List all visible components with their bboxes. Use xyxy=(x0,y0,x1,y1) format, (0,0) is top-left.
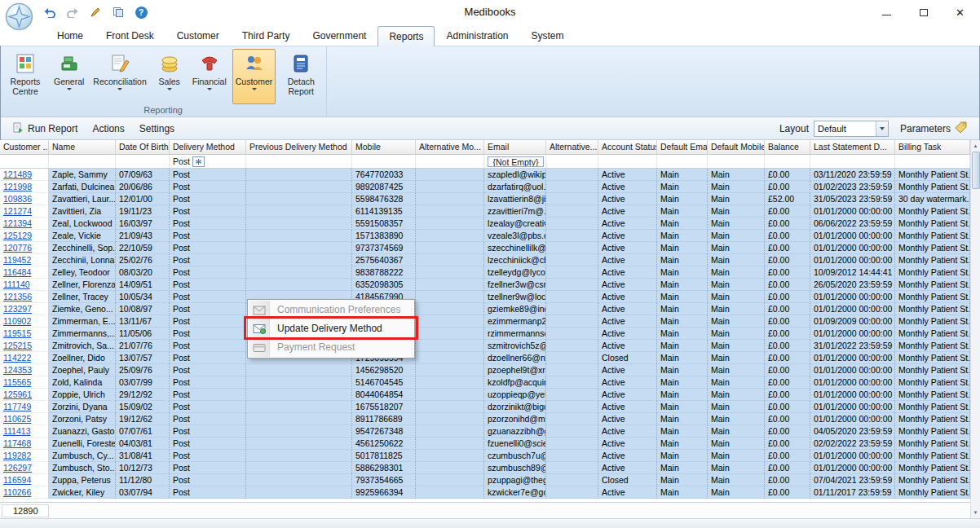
cell-name[interactable]: Ziemke, Geno... xyxy=(49,303,116,315)
customer-id-link[interactable]: 116594 xyxy=(3,475,31,485)
cell-balance[interactable]: £52.00 xyxy=(765,193,810,205)
cell-delivery-method[interactable]: Post xyxy=(170,413,246,425)
cell-email[interactable]: fzellner3w@csm... xyxy=(484,279,546,291)
cell-account-status[interactable]: Active xyxy=(598,376,657,389)
cell-billing-task[interactable]: Monthly Patient St... xyxy=(895,291,970,303)
cell-last-statement-d[interactable]: 01/01/2000 00:00:00 xyxy=(810,242,895,254)
cell-balance[interactable]: £0.00 xyxy=(765,474,810,486)
cell-email[interactable]: tzellner9w@loc... xyxy=(484,291,546,303)
cell-delivery-method[interactable]: Post xyxy=(170,291,246,303)
cell-mobile[interactable]: 7937354665 xyxy=(352,474,416,486)
cell-name[interactable]: Zorzoni, Patsy xyxy=(49,413,116,425)
cell-date-of-birth[interactable]: 16/03/97 xyxy=(116,218,170,230)
cell-customer[interactable]: 110902 xyxy=(0,315,49,328)
cell-email[interactable]: kzoldfp@acquire... xyxy=(484,376,546,389)
cell-name[interactable]: Zecchinelli, Sop... xyxy=(49,242,116,254)
cell-last-statement-d[interactable]: 01/01/2000 00:00:00 xyxy=(810,401,895,413)
cell-alternative-mo[interactable] xyxy=(416,425,484,438)
cell-email[interactable]: kzwicker7e@go... xyxy=(484,486,546,499)
cell-mobile[interactable]: 9547267348 xyxy=(352,425,416,438)
cell-mobile[interactable]: 5146704545 xyxy=(352,376,416,389)
cell-previous-delivery-method[interactable] xyxy=(246,266,352,279)
cell-email[interactable]: dzorzinikt@bigca... xyxy=(484,401,546,413)
cell-name[interactable]: Zoephel, Pauly xyxy=(49,364,116,376)
cell-balance[interactable]: £0.00 xyxy=(765,364,810,376)
cell-default-email[interactable]: Main xyxy=(657,315,708,328)
cell-email[interactable]: lzavattierin8@ji... xyxy=(484,193,546,205)
customer-id-link[interactable]: 114222 xyxy=(3,353,31,363)
copy-icon[interactable] xyxy=(111,5,126,20)
cell-previous-delivery-method[interactable] xyxy=(246,376,352,389)
cell-alternative-mo[interactable] xyxy=(416,401,484,413)
cell-name[interactable]: Zorzini, Dyana xyxy=(49,401,116,413)
table-row[interactable]: 110902Zimmerman, E...13/11/67Postezimmer… xyxy=(0,315,970,328)
cell-name[interactable]: Zelley, Teodoor xyxy=(49,266,116,279)
cell-email[interactable]: szumbusch89@c... xyxy=(484,462,546,474)
cell-name[interactable]: Zecchinii, Lonnard xyxy=(49,254,116,266)
layout-select[interactable]: Default xyxy=(814,121,889,137)
cell-mobile[interactable]: 9838788222 xyxy=(352,266,416,279)
tab-reports[interactable]: Reports xyxy=(377,26,435,46)
cell-delivery-method[interactable]: Post xyxy=(170,474,246,486)
cell-customer[interactable]: 111140 xyxy=(0,279,49,291)
cell-customer[interactable]: 125129 xyxy=(0,230,49,242)
cell-alternative[interactable] xyxy=(546,474,598,486)
maximize-button[interactable] xyxy=(905,0,942,24)
cell-mobile[interactable]: 5591508357 xyxy=(352,218,416,230)
cell-account-status[interactable]: Active xyxy=(598,438,657,450)
cell-alternative-mo[interactable] xyxy=(416,328,484,340)
cell-name[interactable]: Zaple, Sammy xyxy=(49,169,116,181)
cell-balance[interactable]: £0.00 xyxy=(765,279,810,291)
cell-balance[interactable]: £0.00 xyxy=(765,303,810,315)
cell-account-status[interactable]: Active xyxy=(598,205,657,218)
customer-id-link[interactable]: 119515 xyxy=(3,328,31,338)
tab-customer[interactable]: Customer xyxy=(166,25,231,46)
cell-default-mobile[interactable]: Main xyxy=(708,303,765,315)
cell-alternative[interactable] xyxy=(546,303,598,315)
cell-account-status[interactable]: Active xyxy=(598,340,657,352)
cell-default-email[interactable]: Main xyxy=(657,352,708,364)
cell-balance[interactable]: £0.00 xyxy=(765,438,810,450)
cell-customer[interactable]: 123297 xyxy=(0,303,49,315)
cell-default-email[interactable]: Main xyxy=(657,303,708,315)
cell-previous-delivery-method[interactable] xyxy=(246,450,352,462)
table-row[interactable]: 121274Zavittieri, Zia19/11/23Post6114139… xyxy=(0,205,970,218)
cell-mobile[interactable]: 5598476328 xyxy=(352,193,416,205)
cell-delivery-method[interactable]: Post xyxy=(170,242,246,254)
cell-delivery-method[interactable]: Post xyxy=(170,389,246,401)
cell-previous-delivery-method[interactable] xyxy=(246,364,352,376)
cell-default-mobile[interactable]: Main xyxy=(708,254,765,266)
column-header-last-statement-d[interactable]: Last Statement D... xyxy=(810,140,895,154)
cell-email[interactable]: lzecchiniick@cbs... xyxy=(484,254,546,266)
cell-default-mobile[interactable]: Main xyxy=(708,205,765,218)
cell-last-statement-d[interactable]: 02/02/2022 23:59:59 xyxy=(810,438,895,450)
cell-last-statement-d[interactable]: 10/09/2012 14:44:41 xyxy=(810,266,895,279)
cell-billing-task[interactable]: Monthly Patient St... xyxy=(895,315,970,328)
cell-name[interactable]: Zuppa, Peterus xyxy=(49,474,116,486)
customer-id-link[interactable]: 125215 xyxy=(3,341,32,350)
cell-name[interactable]: Zoppie, Ulrich xyxy=(49,389,116,401)
cell-alternative[interactable] xyxy=(546,438,598,450)
cell-alternative[interactable] xyxy=(546,181,598,193)
cell-date-of-birth[interactable]: 10/08/97 xyxy=(116,303,170,315)
cell-alternative-mo[interactable] xyxy=(416,352,484,364)
cell-delivery-method[interactable]: Post xyxy=(170,181,246,193)
cell-previous-delivery-method[interactable] xyxy=(246,218,352,230)
filter-cell-default-email[interactable] xyxy=(657,155,708,168)
cell-default-email[interactable]: Main xyxy=(657,291,708,303)
cell-account-status[interactable]: Active xyxy=(598,486,657,499)
cell-last-statement-d[interactable]: 04/05/2020 23:59:59 xyxy=(810,425,895,438)
cell-date-of-birth[interactable]: 03/07/94 xyxy=(116,486,170,499)
cell-last-statement-d[interactable]: 01/01/2000 00:00:00 xyxy=(810,450,895,462)
column-header-billing-task[interactable]: Billing Task xyxy=(895,140,970,154)
cell-mobile[interactable]: 2575640367 xyxy=(352,254,416,266)
cell-alternative-mo[interactable] xyxy=(416,218,484,230)
cell-email[interactable]: rzimmermannse... xyxy=(484,328,546,340)
cell-balance[interactable]: £0.00 xyxy=(765,376,810,389)
cell-alternative-mo[interactable] xyxy=(416,340,484,352)
cell-name[interactable]: Zuenelli, Forester xyxy=(49,438,116,450)
cell-alternative-mo[interactable] xyxy=(416,205,484,218)
cell-alternative[interactable] xyxy=(546,315,598,328)
table-row[interactable]: 121489Zaple, Sammy07/09/63Post7647702033… xyxy=(0,169,970,181)
customer-id-link[interactable]: 125961 xyxy=(3,389,32,399)
